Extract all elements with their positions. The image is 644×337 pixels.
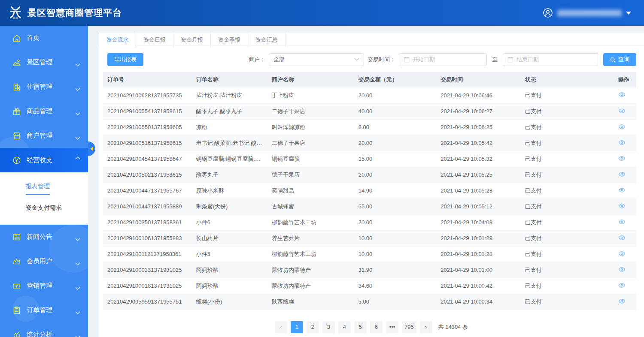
table-row: 202104291005021371958615酸枣丸子 德子干果店20.002… <box>103 167 636 183</box>
status-cell: 已支付 <box>521 167 614 183</box>
order-no-cell: 202104291005541371958615 <box>103 103 192 119</box>
main-area: 资金流水资金日报资金月报资金季报资金汇总 导出报表 商户： 全部 交易时间： 开… <box>88 26 644 337</box>
sidebar-item-9[interactable]: 营销管理 <box>0 274 88 298</box>
view-detail-eye-icon[interactable] <box>618 155 626 162</box>
search-button[interactable]: 查询 <box>603 53 636 66</box>
tab-1[interactable]: 资金流水 <box>99 33 136 47</box>
sidebar-item-8[interactable]: 会员用户 <box>0 249 88 274</box>
sidebar-item-5[interactable]: 商户管理 <box>0 123 88 148</box>
view-detail-eye-icon[interactable] <box>618 187 626 194</box>
operation-cell <box>614 294 636 310</box>
sidebar-item-11[interactable]: 统计分析 <box>0 322 88 337</box>
sidebar-item-4[interactable]: 商品管理 <box>0 99 88 123</box>
date-range-separator: 至 <box>490 56 499 63</box>
user-menu[interactable] <box>543 8 631 18</box>
sidebar-item-3[interactable]: 住宿管理 <box>0 75 88 99</box>
merchant-icon <box>12 131 21 141</box>
chevron-down-icon <box>75 134 80 138</box>
export-report-button[interactable]: 导出报表 <box>107 53 143 66</box>
view-detail-eye-icon[interactable] <box>618 250 626 257</box>
sidebar-subitem-1[interactable]: 报表管理 <box>0 177 88 198</box>
order-no-cell: 202104291005161371958615 <box>103 135 192 151</box>
chevron-down-icon <box>75 61 80 64</box>
sidebar-item-10[interactable]: 订单管理 <box>0 298 88 322</box>
sidebar-item-1[interactable]: 首页 <box>0 26 88 50</box>
news-icon <box>12 232 21 242</box>
operation-cell <box>614 214 636 230</box>
view-detail-eye-icon[interactable] <box>618 234 626 241</box>
total-count-label: 共 14304 条 <box>438 323 468 331</box>
sidebar-item-6[interactable]: 经营收支 <box>0 148 88 172</box>
column-header: 交易时间 <box>436 72 521 87</box>
page-button-2[interactable]: 2 <box>307 321 319 333</box>
tab-4[interactable]: 资金季报 <box>211 33 248 47</box>
table-row: 202104291005541371958615酸枣丸子,酸枣丸子二德子干果店4… <box>103 103 636 119</box>
amount-cell: 20.00 <box>354 87 437 103</box>
tab-5[interactable]: 资金汇总 <box>248 33 286 47</box>
order-name-cell: 原味小米酥 <box>192 183 267 199</box>
view-detail-eye-icon[interactable] <box>618 282 626 289</box>
order-no-cell: 202104291004471371955767 <box>103 183 192 199</box>
prev-page-button[interactable]: ‹ <box>275 321 287 333</box>
table-row: 202104291000331371931025阿妈珍酪蒙牧坊内蒙特产31.90… <box>103 262 636 278</box>
order-name-cell: 荆条蜜(大份) <box>192 199 267 214</box>
column-header: 状态 <box>521 72 614 87</box>
view-detail-eye-icon[interactable] <box>618 171 626 178</box>
view-detail-eye-icon[interactable] <box>618 298 626 305</box>
view-detail-eye-icon[interactable] <box>618 218 626 226</box>
view-detail-eye-icon[interactable] <box>618 107 626 114</box>
amount-cell: 55.00 <box>354 199 437 214</box>
chevron-down-icon <box>75 85 80 89</box>
crown-icon <box>12 257 21 266</box>
sidebar-item-label: 营销管理 <box>27 282 75 290</box>
chevron-down-icon <box>75 309 80 312</box>
pagination: ‹123456•••795›共 14304 条 <box>99 321 644 333</box>
time-cell: 2021-04-29 10:01:00 <box>436 262 521 278</box>
amount-cell: 14.90 <box>354 183 437 199</box>
view-detail-eye-icon[interactable] <box>618 202 626 210</box>
operation-cell <box>614 87 636 103</box>
view-detail-eye-icon[interactable] <box>618 123 626 130</box>
status-cell: 已支付 <box>521 262 614 278</box>
next-page-button[interactable]: › <box>420 321 432 333</box>
sidebar-subitem-2[interactable]: 资金支付需求 <box>0 198 88 219</box>
start-date-input[interactable]: 开始日期 <box>399 53 487 66</box>
order-name-cell: 铜锅豆腐脑,铜锅豆腐脑,铜锅... <box>192 151 267 167</box>
tab-3[interactable]: 资金月报 <box>173 33 211 47</box>
view-detail-eye-icon[interactable] <box>618 266 626 273</box>
sidebar-item-2[interactable]: 景区管理 <box>0 50 88 75</box>
page-button-3[interactable]: 3 <box>322 321 335 333</box>
amount-cell: 31.90 <box>354 262 437 278</box>
sidebar-item-label: 首页 <box>27 34 80 42</box>
table-row: 202104291006281371955735沾汁粉皮,沾汁粉皮丁上粉皮20.… <box>103 87 636 103</box>
sidebar-item-7[interactable]: 新闻公告 <box>0 225 88 249</box>
operation-cell <box>614 151 636 167</box>
page-button-5[interactable]: 5 <box>354 321 367 333</box>
more-pages-button[interactable]: ••• <box>386 321 398 333</box>
operation-cell <box>614 262 636 278</box>
end-date-input[interactable]: 结束日期 <box>503 53 598 66</box>
order-no-cell: 202104291001121371958361 <box>103 246 192 262</box>
order-no-cell: 202104291005501371958605 <box>103 119 192 135</box>
chevron-down-icon <box>75 110 80 113</box>
status-cell: 已支付 <box>521 230 614 246</box>
sidebar-item-label: 景区管理 <box>27 58 75 66</box>
tab-2[interactable]: 资金日报 <box>136 33 173 47</box>
page-button-1[interactable]: 1 <box>291 321 303 333</box>
order-no-cell: 202104291003501371958361 <box>103 214 192 230</box>
amount-cell: 20.00 <box>354 167 437 183</box>
page-button-6[interactable]: 6 <box>370 321 383 333</box>
column-header: 订单号 <box>103 72 192 87</box>
view-detail-eye-icon[interactable] <box>618 139 626 146</box>
amount-cell: 8.00 <box>354 119 437 135</box>
merchant-select[interactable]: 全部 <box>269 53 364 66</box>
table-row: 202104291001061371955883长山药片养生苦荞片10.0020… <box>103 230 636 246</box>
time-cell: 2021-04-29 10:00:42 <box>436 278 521 294</box>
time-cell: 2021-04-29 10:01:29 <box>436 230 521 246</box>
page-button-795[interactable]: 795 <box>402 321 416 333</box>
time-cell: 2021-04-29 10:00:34 <box>436 294 521 310</box>
page-button-4[interactable]: 4 <box>338 321 351 333</box>
merchant-cell: 奕萌甜品 <box>267 183 354 199</box>
view-detail-eye-icon[interactable] <box>618 91 626 98</box>
table-row: 202104291005501371958605凉粉叫叫浑源凉粉8.002021… <box>103 119 636 135</box>
